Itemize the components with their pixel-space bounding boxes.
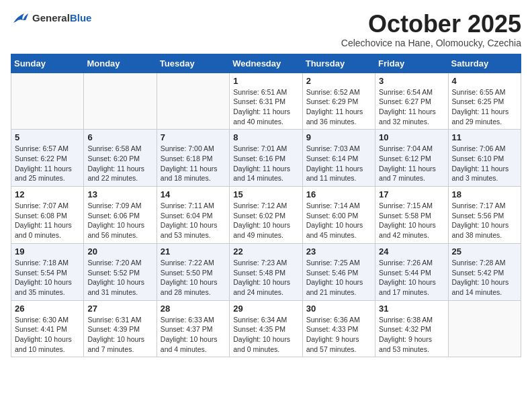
- day-number: 4: [452, 76, 517, 86]
- day-number: 7: [161, 132, 226, 142]
- day-info: Sunrise: 6:58 AM Sunset: 6:20 PM Dayligh…: [87, 144, 152, 183]
- calendar-cell: 31Sunrise: 6:38 AM Sunset: 4:32 PM Dayli…: [375, 300, 448, 357]
- calendar-cell: 15Sunrise: 7:12 AM Sunset: 6:02 PM Dayli…: [230, 187, 302, 244]
- day-info: Sunrise: 6:31 AM Sunset: 4:39 PM Dayligh…: [87, 315, 152, 355]
- calendar-cell: 17Sunrise: 7:15 AM Sunset: 5:58 PM Dayli…: [375, 187, 448, 244]
- calendar-cell: 18Sunrise: 7:17 AM Sunset: 5:56 PM Dayli…: [448, 187, 521, 244]
- calendar-week-row: 19Sunrise: 7:18 AM Sunset: 5:54 PM Dayli…: [11, 243, 521, 300]
- calendar-cell: 12Sunrise: 7:07 AM Sunset: 6:08 PM Dayli…: [11, 187, 84, 244]
- day-info: Sunrise: 7:01 AM Sunset: 6:16 PM Dayligh…: [233, 144, 298, 183]
- day-number: 10: [379, 132, 444, 142]
- calendar-cell: 7Sunrise: 7:00 AM Sunset: 6:18 PM Daylig…: [157, 130, 229, 187]
- day-number: 3: [379, 76, 444, 86]
- day-number: 26: [15, 304, 80, 314]
- day-info: Sunrise: 7:11 AM Sunset: 6:04 PM Dayligh…: [161, 201, 226, 240]
- page-header: GeneralBlue October 2025 Celechovice na …: [11, 11, 521, 48]
- day-number: 17: [379, 189, 444, 199]
- day-number: 9: [306, 132, 371, 142]
- day-number: 24: [379, 246, 444, 257]
- calendar-week-row: 5Sunrise: 6:57 AM Sunset: 6:22 PM Daylig…: [11, 130, 521, 187]
- day-number: 5: [15, 132, 80, 142]
- day-number: 25: [452, 246, 517, 257]
- day-info: Sunrise: 6:34 AM Sunset: 4:35 PM Dayligh…: [233, 315, 298, 355]
- day-number: 23: [306, 246, 371, 257]
- calendar-cell: 5Sunrise: 6:57 AM Sunset: 6:22 PM Daylig…: [11, 130, 84, 187]
- calendar-cell: 11Sunrise: 7:06 AM Sunset: 6:10 PM Dayli…: [448, 130, 521, 187]
- day-info: Sunrise: 6:33 AM Sunset: 4:37 PM Dayligh…: [161, 315, 226, 355]
- calendar-cell: 10Sunrise: 7:04 AM Sunset: 6:12 PM Dayli…: [375, 130, 448, 187]
- day-number: 15: [233, 189, 298, 199]
- calendar-cell: 26Sunrise: 6:30 AM Sunset: 4:41 PM Dayli…: [11, 300, 84, 357]
- day-info: Sunrise: 6:55 AM Sunset: 6:25 PM Dayligh…: [452, 87, 517, 127]
- day-info: Sunrise: 7:20 AM Sunset: 5:52 PM Dayligh…: [87, 258, 152, 298]
- day-info: Sunrise: 7:09 AM Sunset: 6:06 PM Dayligh…: [87, 201, 152, 240]
- day-info: Sunrise: 6:52 AM Sunset: 6:29 PM Dayligh…: [306, 87, 371, 127]
- calendar-header-row: SundayMondayTuesdayWednesdayThursdayFrid…: [11, 54, 521, 73]
- calendar-cell: [448, 300, 521, 357]
- day-info: Sunrise: 7:18 AM Sunset: 5:54 PM Dayligh…: [15, 258, 80, 298]
- day-number: 31: [379, 304, 444, 314]
- calendar-cell: 13Sunrise: 7:09 AM Sunset: 6:06 PM Dayli…: [84, 187, 157, 244]
- day-number: 11: [452, 132, 517, 142]
- day-number: 27: [87, 304, 152, 314]
- day-number: 22: [233, 246, 298, 257]
- day-info: Sunrise: 7:28 AM Sunset: 5:42 PM Dayligh…: [452, 258, 517, 298]
- calendar-cell: 8Sunrise: 7:01 AM Sunset: 6:16 PM Daylig…: [230, 130, 302, 187]
- day-number: 6: [87, 132, 152, 142]
- calendar-cell: 23Sunrise: 7:25 AM Sunset: 5:46 PM Dayli…: [302, 243, 375, 300]
- logo-blue-text: Blue: [70, 12, 92, 24]
- day-number: 20: [87, 246, 152, 257]
- calendar-cell: 9Sunrise: 7:03 AM Sunset: 6:14 PM Daylig…: [302, 130, 375, 187]
- day-info: Sunrise: 7:23 AM Sunset: 5:48 PM Dayligh…: [233, 258, 298, 298]
- day-info: Sunrise: 7:26 AM Sunset: 5:44 PM Dayligh…: [379, 258, 444, 298]
- calendar-cell: 25Sunrise: 7:28 AM Sunset: 5:42 PM Dayli…: [448, 243, 521, 300]
- calendar-header-friday: Friday: [375, 54, 448, 73]
- calendar-cell: 4Sunrise: 6:55 AM Sunset: 6:25 PM Daylig…: [448, 73, 521, 130]
- day-info: Sunrise: 7:15 AM Sunset: 5:58 PM Dayligh…: [379, 201, 444, 240]
- day-info: Sunrise: 7:25 AM Sunset: 5:46 PM Dayligh…: [306, 258, 371, 298]
- day-info: Sunrise: 6:36 AM Sunset: 4:33 PM Dayligh…: [306, 315, 371, 355]
- day-number: 14: [161, 189, 226, 199]
- day-info: Sunrise: 7:07 AM Sunset: 6:08 PM Dayligh…: [15, 201, 80, 240]
- day-number: 1: [233, 76, 298, 86]
- day-info: Sunrise: 7:14 AM Sunset: 6:00 PM Dayligh…: [306, 201, 371, 240]
- day-number: 29: [233, 304, 298, 314]
- day-number: 8: [233, 132, 298, 142]
- calendar-cell: 20Sunrise: 7:20 AM Sunset: 5:52 PM Dayli…: [84, 243, 157, 300]
- calendar-cell: 6Sunrise: 6:58 AM Sunset: 6:20 PM Daylig…: [84, 130, 157, 187]
- day-info: Sunrise: 7:06 AM Sunset: 6:10 PM Dayligh…: [452, 144, 517, 183]
- calendar-cell: 1Sunrise: 6:51 AM Sunset: 6:31 PM Daylig…: [230, 73, 302, 130]
- day-info: Sunrise: 6:51 AM Sunset: 6:31 PM Dayligh…: [233, 87, 298, 127]
- subtitle: Celechovice na Hane, Olomoucky, Czechia: [341, 38, 521, 48]
- day-info: Sunrise: 6:54 AM Sunset: 6:27 PM Dayligh…: [379, 87, 444, 127]
- month-title: October 2025: [341, 11, 521, 38]
- calendar-header-tuesday: Tuesday: [157, 54, 229, 73]
- calendar-cell: 22Sunrise: 7:23 AM Sunset: 5:48 PM Dayli…: [230, 243, 302, 300]
- calendar-cell: 30Sunrise: 6:36 AM Sunset: 4:33 PM Dayli…: [302, 300, 375, 357]
- day-info: Sunrise: 7:22 AM Sunset: 5:50 PM Dayligh…: [161, 258, 226, 298]
- calendar-cell: 2Sunrise: 6:52 AM Sunset: 6:29 PM Daylig…: [302, 73, 375, 130]
- calendar-week-row: 12Sunrise: 7:07 AM Sunset: 6:08 PM Dayli…: [11, 187, 521, 244]
- calendar-header-monday: Monday: [84, 54, 157, 73]
- calendar-week-row: 26Sunrise: 6:30 AM Sunset: 4:41 PM Dayli…: [11, 300, 521, 357]
- logo-general-text: General: [32, 12, 70, 24]
- calendar-cell: 27Sunrise: 6:31 AM Sunset: 4:39 PM Dayli…: [84, 300, 157, 357]
- day-info: Sunrise: 6:30 AM Sunset: 4:41 PM Dayligh…: [15, 315, 80, 355]
- day-number: 16: [306, 189, 371, 199]
- calendar-cell: 29Sunrise: 6:34 AM Sunset: 4:35 PM Dayli…: [230, 300, 302, 357]
- day-info: Sunrise: 7:17 AM Sunset: 5:56 PM Dayligh…: [452, 201, 517, 240]
- title-area: October 2025 Celechovice na Hane, Olomou…: [341, 11, 521, 48]
- calendar-cell: [157, 73, 229, 130]
- calendar-cell: 28Sunrise: 6:33 AM Sunset: 4:37 PM Dayli…: [157, 300, 229, 357]
- day-number: 30: [306, 304, 371, 314]
- calendar-cell: 21Sunrise: 7:22 AM Sunset: 5:50 PM Dayli…: [157, 243, 229, 300]
- day-info: Sunrise: 7:04 AM Sunset: 6:12 PM Dayligh…: [379, 144, 444, 183]
- day-number: 12: [15, 189, 80, 199]
- calendar-cell: [84, 73, 157, 130]
- day-info: Sunrise: 7:03 AM Sunset: 6:14 PM Dayligh…: [306, 144, 371, 183]
- calendar-table: SundayMondayTuesdayWednesdayThursdayFrid…: [11, 54, 521, 358]
- calendar-cell: 3Sunrise: 6:54 AM Sunset: 6:27 PM Daylig…: [375, 73, 448, 130]
- calendar-cell: 19Sunrise: 7:18 AM Sunset: 5:54 PM Dayli…: [11, 243, 84, 300]
- day-info: Sunrise: 6:57 AM Sunset: 6:22 PM Dayligh…: [15, 144, 80, 183]
- day-number: 28: [161, 304, 226, 314]
